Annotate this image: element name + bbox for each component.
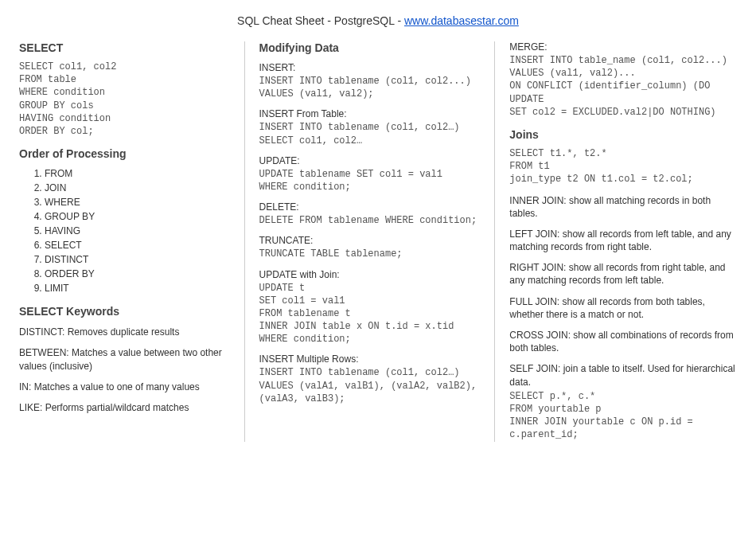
kw-like: LIKE: Performs partial/wildcard matches — [19, 401, 230, 414]
update-sql: UPDATE tablename SET col1 = val1 WHERE c… — [259, 168, 481, 193]
column-1: SELECT SELECT col1, col2 FROM table WHER… — [19, 41, 245, 442]
self-join-desc: SELF JOIN: join a table to itself. Used … — [509, 362, 737, 388]
merge-sql: INSERT INTO table_name (col1, col2...) V… — [509, 54, 737, 119]
delete-sql: DELETE FROM tablename WHERE condition; — [259, 214, 481, 227]
insert-multi-label: INSERT Multiple Rows: — [259, 353, 481, 365]
order-item: SELECT — [45, 238, 230, 252]
order-list: FROMJOINWHEREGROUP BYHAVINGSELECTDISTINC… — [45, 166, 230, 295]
self-join-sql: SELECT p.*, c.* FROM yourtable p INNER J… — [509, 390, 737, 442]
insert-label: INSERT: — [259, 62, 481, 73]
column-3: MERGE: INSERT INTO table_name (col1, col… — [495, 41, 737, 442]
select-sql: SELECT col1, col2 FROM table WHERE condi… — [19, 61, 230, 138]
truncate-label: TRUNCATE: — [259, 235, 481, 246]
cross-join-desc: CROSS JOIN: show all combinations of rec… — [509, 329, 737, 354]
insert-from-sql: INSERT INTO tablename (col1, col2…) SELE… — [259, 121, 481, 146]
kw-distinct: DISTINCT: Removes duplicate results — [19, 326, 230, 338]
joins-heading: Joins — [509, 128, 737, 141]
keywords-heading: SELECT Keywords — [19, 305, 230, 318]
order-heading: Order of Processing — [19, 147, 230, 160]
right-join-desc: RIGHT JOIN: show all records from right … — [509, 261, 737, 287]
inner-join-desc: INNER JOIN: show all matching records in… — [509, 194, 737, 220]
kw-between: BETWEEN: Matches a value between two oth… — [19, 346, 230, 372]
order-item: ORDER BY — [45, 267, 230, 281]
kw-in: IN: Matches a value to one of many value… — [19, 381, 230, 393]
update-label: UPDATE: — [259, 155, 481, 166]
modify-heading: Modifying Data — [259, 41, 481, 54]
full-join-desc: FULL JOIN: show all records from both ta… — [509, 295, 737, 321]
insert-from-label: INSERT From Table: — [259, 108, 481, 119]
column-2: Modifying Data INSERT: INSERT INTO table… — [245, 41, 496, 442]
order-item: WHERE — [45, 195, 230, 209]
order-item: FROM — [45, 166, 230, 181]
truncate-sql: TRUNCATE TABLE tablename; — [259, 248, 481, 260]
order-item: HAVING — [45, 224, 230, 238]
select-heading: SELECT — [19, 41, 230, 54]
page-header: SQL Cheat Sheet - PostgreSQL - www.datab… — [19, 14, 737, 27]
header-title: SQL Cheat Sheet - PostgreSQL - — [237, 14, 404, 27]
update-join-sql: UPDATE t SET col1 = val1 FROM tablename … — [259, 282, 481, 346]
insert-sql: INSERT INTO tablename (col1, col2...) VA… — [259, 75, 481, 100]
order-item: JOIN — [45, 181, 230, 195]
delete-label: DELETE: — [259, 201, 481, 213]
left-join-desc: LEFT JOIN: show all records from left ta… — [509, 228, 737, 253]
header-link[interactable]: www.databasestar.com — [404, 14, 519, 27]
insert-multi-sql: INSERT INTO tablename (col1, col2…) VALU… — [259, 366, 481, 405]
order-item: LIMIT — [45, 281, 230, 295]
columns-container: SELECT SELECT col1, col2 FROM table WHER… — [19, 41, 737, 442]
joins-sql: SELECT t1.*, t2.* FROM t1 join_type t2 O… — [509, 147, 737, 186]
order-item: DISTINCT — [45, 252, 230, 267]
merge-label: MERGE: — [509, 41, 737, 53]
order-item: GROUP BY — [45, 209, 230, 224]
update-join-label: UPDATE with Join: — [259, 269, 481, 280]
